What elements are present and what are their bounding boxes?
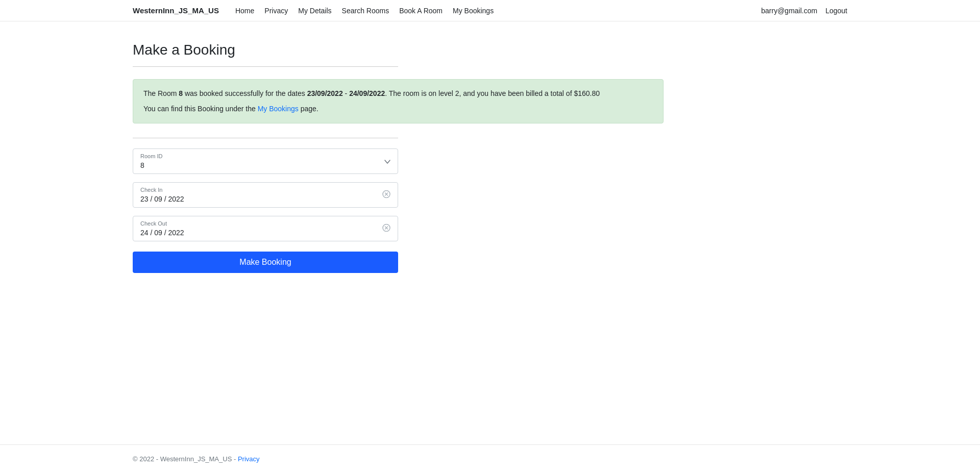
- nav-item-my-bookings[interactable]: My Bookings: [453, 7, 494, 15]
- nav-link-home[interactable]: Home: [235, 7, 254, 15]
- make-booking-button[interactable]: Make Booking: [133, 252, 398, 273]
- footer-privacy-link[interactable]: Privacy: [238, 455, 260, 463]
- nav-item-search-rooms[interactable]: Search Rooms: [342, 7, 389, 15]
- room-id-input[interactable]: [140, 161, 390, 169]
- footer-text: © 2022 - WesternInn_JS_MA_US -: [133, 455, 238, 463]
- chevron-down-icon: [384, 157, 390, 165]
- alert-check-out: 24/09/2022: [349, 89, 385, 97]
- alert-line1: The Room 8 was booked successfully for t…: [143, 88, 653, 99]
- check-in-label: Check In: [140, 187, 390, 193]
- nav-link-privacy[interactable]: Privacy: [264, 7, 288, 15]
- nav-item-home[interactable]: Home: [235, 7, 254, 15]
- navbar-nav: Home Privacy My Details Search Rooms Boo…: [235, 7, 494, 15]
- nav-item-book-a-room[interactable]: Book A Room: [399, 7, 443, 15]
- footer: © 2022 - WesternInn_JS_MA_US - Privacy: [0, 444, 980, 473]
- alert-dash: -: [343, 89, 349, 97]
- nav-item-privacy[interactable]: Privacy: [264, 7, 288, 15]
- navbar: WesternInn_JS_MA_US Home Privacy My Deta…: [0, 0, 980, 21]
- my-bookings-link[interactable]: My Bookings: [258, 105, 299, 113]
- nav-link-my-details[interactable]: My Details: [298, 7, 331, 15]
- clear-check-out-icon[interactable]: [382, 223, 390, 233]
- nav-link-book-a-room[interactable]: Book A Room: [399, 7, 443, 15]
- nav-link-my-bookings[interactable]: My Bookings: [453, 7, 494, 15]
- nav-item-my-details[interactable]: My Details: [298, 7, 331, 15]
- alert-middle: was booked successfully for the dates: [183, 89, 307, 97]
- form-divider: [133, 138, 398, 138]
- title-divider: [133, 66, 398, 67]
- check-out-label: Check Out: [140, 220, 390, 227]
- alert-line2-prefix: You can find this Booking under the: [143, 105, 258, 113]
- room-id-label: Room ID: [140, 153, 390, 159]
- user-email: barry@gmail.com: [761, 7, 817, 15]
- success-alert: The Room 8 was booked successfully for t…: [133, 79, 664, 123]
- alert-room-number: 8: [179, 89, 183, 97]
- booking-form: Room ID Check In Check Out: [133, 138, 398, 273]
- check-out-input[interactable]: [140, 229, 390, 237]
- navbar-brand: WesternInn_JS_MA_US: [133, 6, 219, 15]
- navbar-right: barry@gmail.com Logout: [761, 7, 847, 15]
- alert-check-in: 23/09/2022: [307, 89, 343, 97]
- alert-prefix: The Room: [143, 89, 179, 97]
- room-id-group: Room ID: [133, 148, 398, 174]
- alert-line2: You can find this Booking under the My B…: [143, 103, 653, 114]
- page-title: Make a Booking: [133, 42, 847, 58]
- clear-check-in-icon[interactable]: [382, 190, 390, 200]
- check-out-group: Check Out: [133, 216, 398, 241]
- main-content: Make a Booking The Room 8 was booked suc…: [0, 21, 980, 444]
- logout-button[interactable]: Logout: [825, 7, 847, 15]
- check-in-group: Check In: [133, 182, 398, 208]
- alert-suffix: . The room is on level 2, and you have b…: [385, 89, 600, 97]
- check-in-input[interactable]: [140, 195, 390, 203]
- navbar-left: WesternInn_JS_MA_US Home Privacy My Deta…: [133, 6, 494, 15]
- alert-line2-suffix: page.: [299, 105, 318, 113]
- nav-link-search-rooms[interactable]: Search Rooms: [342, 7, 389, 15]
